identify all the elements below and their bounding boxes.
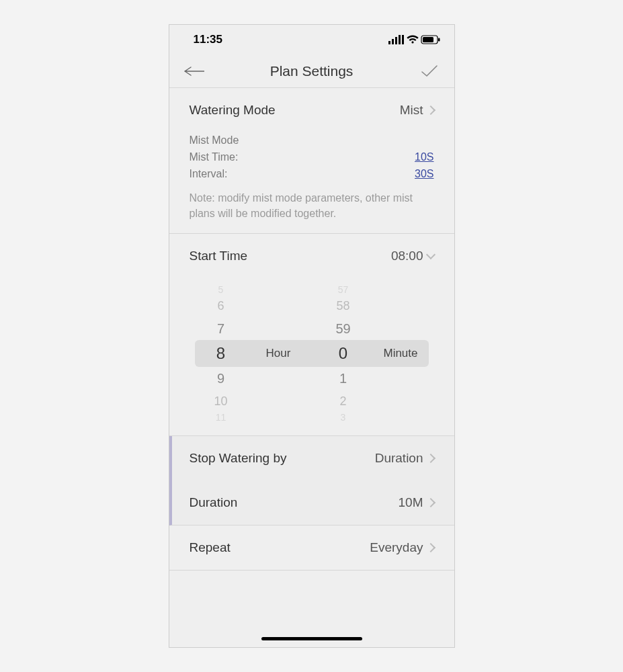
svg-rect-7 bbox=[438, 38, 440, 42]
start-time-section: Start Time 08:00 5 6 7 8 9 10 11 Hour bbox=[169, 234, 454, 436]
hour-option: 10 bbox=[214, 390, 227, 413]
svg-rect-2 bbox=[395, 37, 397, 44]
repeat-row[interactable]: Repeat Everyday bbox=[169, 526, 454, 570]
svg-rect-1 bbox=[392, 39, 394, 44]
repeat-section: Repeat Everyday bbox=[169, 526, 454, 571]
mist-time-label: Mist Time: bbox=[190, 149, 239, 165]
svg-rect-4 bbox=[402, 35, 404, 44]
back-arrow-icon bbox=[184, 67, 204, 76]
home-indicator[interactable] bbox=[261, 637, 362, 640]
watering-mode-value-text: Mist bbox=[400, 103, 423, 118]
minute-option: 1 bbox=[339, 367, 347, 390]
chevron-right-icon bbox=[425, 454, 435, 463]
duration-label: Duration bbox=[190, 495, 238, 510]
repeat-value-text: Everyday bbox=[370, 540, 423, 555]
svg-rect-0 bbox=[388, 41, 390, 44]
stop-watering-by-value-text: Duration bbox=[375, 451, 423, 466]
watering-mode-row[interactable]: Watering Mode Mist bbox=[169, 88, 454, 132]
duration-row[interactable]: Duration 10M bbox=[172, 480, 454, 525]
battery-icon bbox=[421, 35, 441, 44]
status-time: 11:35 bbox=[194, 33, 222, 46]
svg-rect-6 bbox=[423, 37, 433, 42]
hour-option: 11 bbox=[216, 413, 226, 421]
phone-screen: 11:35 Plan Settings bbox=[169, 24, 455, 648]
watering-mode-label: Watering Mode bbox=[190, 103, 276, 118]
mist-mode-label: Mist Mode bbox=[190, 132, 434, 148]
stop-watering-by-label: Stop Watering by bbox=[190, 451, 287, 466]
chevron-right-icon bbox=[425, 498, 435, 507]
interval-link[interactable]: 30S bbox=[415, 166, 433, 181]
hour-option: 5 bbox=[218, 286, 224, 294]
time-picker[interactable]: 5 6 7 8 9 10 11 Hour 57 58 59 0 1 2 3 bbox=[169, 278, 454, 435]
chevron-right-icon bbox=[425, 543, 435, 552]
hour-option: 9 bbox=[217, 367, 224, 390]
watering-mode-section: Watering Mode Mist Mist Mode Mist Time: … bbox=[169, 88, 454, 234]
hour-picker-column[interactable]: 5 6 7 8 9 10 11 bbox=[204, 286, 238, 421]
stop-watering-by-row[interactable]: Stop Watering by Duration bbox=[172, 436, 454, 480]
minute-option: 59 bbox=[335, 317, 350, 340]
page-title: Plan Settings bbox=[204, 63, 419, 79]
duration-value-text: 10M bbox=[399, 495, 423, 510]
status-bar: 11:35 bbox=[169, 25, 454, 54]
status-icons bbox=[388, 35, 441, 44]
svg-rect-3 bbox=[399, 35, 401, 44]
minute-option: 57 bbox=[338, 286, 349, 294]
confirm-button[interactable] bbox=[419, 63, 440, 79]
nav-bar: Plan Settings bbox=[169, 54, 454, 88]
duration-value: 10M bbox=[399, 495, 434, 510]
interval-label: Interval: bbox=[190, 166, 228, 181]
start-time-row[interactable]: Start Time 08:00 bbox=[169, 234, 454, 278]
start-time-value: 08:00 bbox=[391, 249, 434, 263]
hour-option-selected: 8 bbox=[216, 340, 225, 367]
hour-option: 6 bbox=[217, 294, 224, 317]
chevron-right-icon bbox=[425, 106, 435, 115]
mist-time-link[interactable]: 10S bbox=[415, 149, 433, 165]
stop-duration-group: Stop Watering by Duration Duration 10M bbox=[169, 436, 454, 526]
minute-option: 58 bbox=[336, 294, 349, 317]
minute-picker-column[interactable]: 57 58 59 0 1 2 3 bbox=[327, 286, 360, 421]
minute-option: 3 bbox=[341, 413, 346, 421]
wifi-icon bbox=[406, 35, 419, 44]
checkmark-icon bbox=[421, 65, 438, 78]
start-time-label: Start Time bbox=[190, 249, 248, 263]
watering-mode-value: Mist bbox=[400, 103, 434, 118]
mist-mode-details: Mist Mode Mist Time: 10S Interval: 30S N… bbox=[169, 132, 454, 233]
repeat-value: Everyday bbox=[370, 540, 433, 555]
stop-watering-by-value: Duration bbox=[375, 451, 434, 466]
cellular-icon bbox=[388, 35, 405, 44]
hour-label: Hour bbox=[266, 340, 291, 367]
repeat-label: Repeat bbox=[190, 540, 231, 555]
minute-label: Minute bbox=[383, 340, 417, 367]
mist-note: Note: modify mist mode parameters, other… bbox=[190, 190, 434, 221]
start-time-value-text: 08:00 bbox=[391, 249, 423, 263]
hour-option: 7 bbox=[217, 317, 224, 340]
chevron-down-icon bbox=[425, 250, 435, 259]
minute-option: 2 bbox=[339, 390, 346, 413]
back-button[interactable] bbox=[184, 63, 204, 79]
minute-option-selected: 0 bbox=[339, 340, 347, 367]
